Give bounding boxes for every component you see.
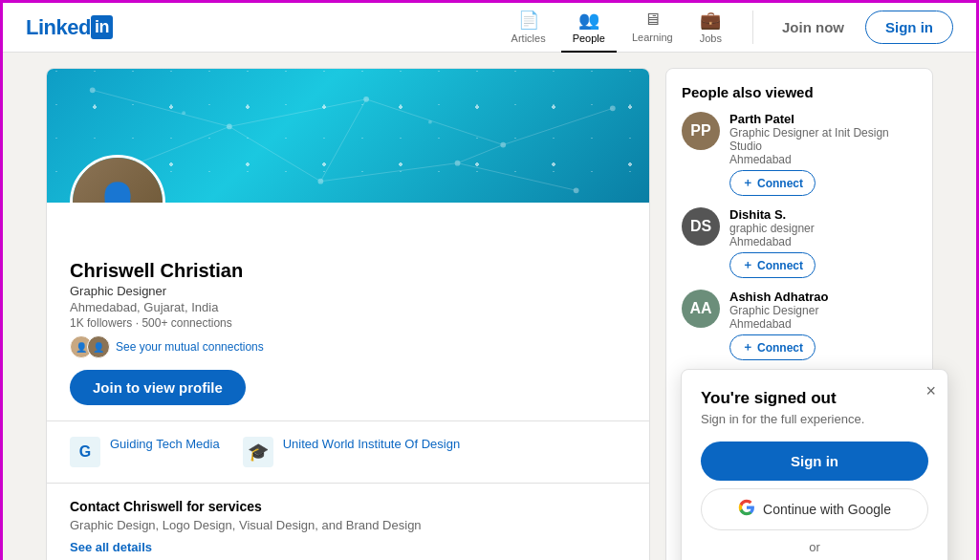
svg-line-5 — [320, 163, 457, 182]
experience-item-1: G Guiding Tech Media — [70, 437, 220, 467]
person-avatar: DS — [682, 207, 720, 246]
popup-signin-button[interactable]: Sign in — [701, 442, 928, 481]
svg-point-18 — [574, 187, 579, 193]
svg-point-10 — [90, 87, 96, 93]
nav-jobs-label: Jobs — [700, 32, 722, 44]
right-panel: People also viewed PP Parth Patel Graphi… — [665, 68, 933, 560]
followers-count: 1K followers — [70, 316, 132, 330]
connect-button[interactable]: ＋ Connect — [729, 334, 816, 360]
profile-card: 👤 ••• Chriswell Christian Graphic Design… — [46, 68, 650, 560]
profile-location: Ahmedabad, Gujarat, India — [70, 300, 626, 314]
connect-icon: ＋ — [742, 175, 753, 191]
svg-point-14 — [610, 106, 616, 112]
nav-actions: Join now Sign in — [752, 11, 953, 44]
svg-line-4 — [229, 126, 320, 181]
svg-point-17 — [455, 161, 461, 166]
or-divider: or — [701, 540, 928, 554]
mutual-avatar-2: 👤 — [87, 335, 110, 358]
svg-point-12 — [363, 97, 369, 102]
person-info: Ashish Adhatrao Graphic Designer Ahmedab… — [729, 290, 917, 360]
person-location: Ahmedabad — [729, 317, 917, 331]
people-icon: 👥 — [578, 10, 599, 31]
header: Linkedin 📄 Articles 👥 People 🖥 Learning … — [3, 3, 976, 53]
connect-button[interactable]: ＋ Connect — [729, 170, 816, 196]
popup-subtitle: Sign in for the full experience. — [701, 412, 928, 426]
main-content: 👤 ••• Chriswell Christian Graphic Design… — [31, 53, 948, 560]
exp-name-2[interactable]: United World Institute Of Design — [283, 437, 460, 451]
svg-point-16 — [318, 179, 324, 184]
svg-line-0 — [93, 90, 229, 126]
svg-point-19 — [182, 111, 185, 115]
logo-text: Linked — [26, 15, 91, 40]
svg-line-2 — [366, 99, 503, 145]
svg-line-1 — [229, 99, 366, 127]
mutual-avatars: 👤 👤 — [70, 335, 110, 358]
also-viewed-title: People also viewed — [682, 84, 917, 100]
person-location: Ahmedabad — [729, 153, 917, 166]
mutual-connections: 👤 👤 See your mutual connections — [70, 335, 626, 358]
nav-people[interactable]: 👥 People — [561, 3, 617, 53]
exp-info-1: Guiding Tech Media — [110, 437, 220, 451]
svg-line-7 — [138, 126, 228, 162]
person-item: DS Dishita S. graphic designer Ahmedabad… — [682, 207, 917, 278]
mutual-link[interactable]: See your mutual connections — [116, 340, 264, 354]
svg-point-13 — [500, 142, 506, 148]
jobs-icon: 💼 — [700, 10, 721, 31]
svg-point-20 — [428, 120, 432, 124]
nav-articles[interactable]: 📄 Articles — [500, 3, 557, 53]
nav: 📄 Articles 👥 People 🖥 Learning 💼 Jobs Jo… — [500, 3, 953, 53]
exp-icon-1: G — [70, 437, 100, 467]
connect-icon: ＋ — [742, 339, 753, 355]
join-to-view-profile-button[interactable]: Join to view profile — [70, 370, 246, 405]
nav-people-label: People — [573, 32, 605, 44]
sign-in-button[interactable]: Sign in — [865, 11, 953, 44]
person-location: Ahmedabad — [729, 235, 917, 248]
join-now-button[interactable]: Join now — [769, 11, 858, 43]
experience-item-2: 🎓 United World Institute Of Design — [243, 437, 460, 467]
google-icon — [738, 499, 755, 520]
see-all-link[interactable]: See all details — [70, 540, 626, 554]
person-name: Dishita S. — [729, 207, 917, 222]
popup-title: You're signed out — [701, 389, 928, 408]
nav-learning[interactable]: 🖥 Learning — [620, 3, 685, 53]
popup-close-button[interactable]: × — [925, 381, 936, 401]
person-headline: Graphic Designer at Init Design Studio — [729, 126, 917, 153]
person-name: Parth Patel — [729, 112, 917, 126]
person-item: PP Parth Patel Graphic Designer at Init … — [682, 112, 917, 196]
nav-jobs[interactable]: 💼 Jobs — [688, 3, 733, 53]
person-headline: Graphic Designer — [729, 304, 917, 317]
svg-line-8 — [320, 99, 366, 182]
nav-articles-label: Articles — [511, 32, 546, 44]
connect-icon: ＋ — [742, 257, 753, 273]
person-headline: graphic designer — [729, 222, 917, 235]
svg-line-3 — [503, 108, 613, 144]
connect-button[interactable]: ＋ Connect — [729, 252, 816, 278]
profile-name: Chriswell Christian — [70, 260, 626, 282]
cover-photo: 👤 — [47, 69, 649, 203]
svg-line-9 — [458, 145, 504, 163]
person-info: Parth Patel Graphic Designer at Init Des… — [729, 112, 917, 196]
articles-icon: 📄 — [518, 10, 539, 31]
person-item: AA Ashish Adhatrao Graphic Designer Ahme… — [682, 290, 917, 360]
person-info: Dishita S. graphic designer Ahmedabad ＋ … — [729, 207, 917, 278]
google-button-label: Continue with Google — [763, 502, 891, 517]
popup-google-button[interactable]: Continue with Google — [701, 488, 928, 530]
contact-services: Graphic Design, Logo Design, Visual Desi… — [70, 518, 626, 532]
connections-count: 500+ connections — [141, 316, 231, 330]
svg-point-11 — [227, 124, 232, 130]
profile-info: Chriswell Christian Graphic Designer Ahm… — [47, 203, 649, 420]
person-name: Ashish Adhatrao — [729, 290, 917, 304]
contact-title: Contact Chriswell for services — [70, 499, 626, 514]
exp-info-2: United World Institute Of Design — [283, 437, 460, 451]
contact-section: Contact Chriswell for services Graphic D… — [47, 483, 649, 560]
learning-icon: 🖥 — [643, 10, 661, 30]
experience-section: G Guiding Tech Media 🎓 United World Inst… — [47, 420, 649, 483]
signout-popup: × You're signed out Sign in for the full… — [681, 369, 948, 560]
exp-name-1[interactable]: Guiding Tech Media — [110, 437, 220, 451]
exp-icon-2: 🎓 — [243, 437, 273, 467]
svg-line-6 — [458, 163, 577, 191]
linkedin-logo[interactable]: Linkedin — [26, 15, 113, 40]
logo-in: in — [91, 15, 113, 39]
profile-headline: Graphic Designer — [70, 284, 626, 298]
nav-learning-label: Learning — [632, 32, 673, 43]
